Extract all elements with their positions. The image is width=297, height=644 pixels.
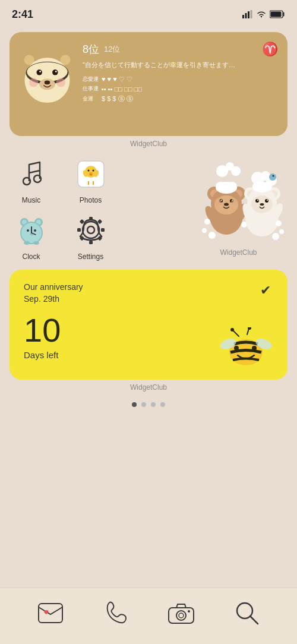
svg-point-28 <box>92 169 94 171</box>
music-icon <box>12 154 50 193</box>
anniversary-deco: ✔ <box>260 283 271 298</box>
work-stat: 仕事運 ▪▪ ▪▪ □□ □□ □□ <box>83 85 278 93</box>
horoscope-rank: 8位 12位 ♈ <box>83 42 278 57</box>
dot-2 <box>141 402 146 407</box>
svg-point-20 <box>56 78 65 87</box>
svg-rect-50 <box>89 241 93 244</box>
svg-point-102 <box>267 200 268 201</box>
horoscope-content: 8位 12位 ♈ "自分を信じて行動することが幸運を引き寄せます… 恋愛運 ♥ … <box>83 42 278 105</box>
phone-dock-app[interactable] <box>100 597 132 630</box>
search-dock-app[interactable] <box>230 597 263 630</box>
dot-4 <box>160 402 165 407</box>
svg-line-109 <box>233 330 239 336</box>
svg-point-45 <box>24 241 30 245</box>
svg-point-69 <box>228 182 237 191</box>
svg-point-96 <box>269 173 276 181</box>
svg-rect-3 <box>251 10 252 18</box>
svg-point-75 <box>224 203 229 206</box>
svg-rect-2 <box>248 11 249 18</box>
photos-icon <box>71 154 110 193</box>
svg-rect-49 <box>89 217 93 220</box>
page-dots <box>0 402 297 407</box>
music-app[interactable]: Music <box>12 154 50 204</box>
dot-3 <box>151 402 156 407</box>
svg-point-106 <box>276 220 282 226</box>
svg-rect-119 <box>39 604 62 623</box>
svg-line-125 <box>250 616 258 624</box>
svg-point-115 <box>234 346 239 351</box>
rilakkuma-widget-label: WidgetClub <box>189 248 287 257</box>
anniversary-widget[interactable]: Our anniversary Sep. 29th ✔ 10 Days left <box>10 270 287 380</box>
svg-point-81 <box>202 228 207 233</box>
svg-point-13 <box>36 70 42 75</box>
svg-point-15 <box>39 71 41 72</box>
rilakkuma-illustration <box>189 153 287 248</box>
settings-app[interactable]: Settings <box>71 211 110 261</box>
svg-point-116 <box>252 346 257 351</box>
bear-face-icon <box>19 48 75 104</box>
svg-rect-0 <box>242 15 244 18</box>
svg-point-16 <box>55 71 57 72</box>
svg-point-110 <box>230 328 234 332</box>
status-icons <box>242 10 285 18</box>
dock <box>0 588 297 644</box>
settings-icon <box>71 211 110 250</box>
horoscope-widget-label: WidgetClub <box>0 140 297 148</box>
status-bar: 2:41 <box>0 0 297 26</box>
svg-rect-5 <box>271 12 282 17</box>
svg-point-48 <box>83 222 99 238</box>
svg-point-122 <box>179 613 184 618</box>
status-time: 2:41 <box>12 8 33 21</box>
bee-illustration <box>216 327 276 369</box>
svg-point-68 <box>216 182 225 191</box>
battery-icon <box>270 10 285 18</box>
svg-point-77 <box>231 198 238 206</box>
svg-point-19 <box>29 78 38 87</box>
svg-point-18 <box>45 81 50 85</box>
svg-point-107 <box>279 229 284 234</box>
camera-dock-app[interactable] <box>165 597 198 630</box>
mail-dock-app[interactable] <box>34 597 67 630</box>
svg-point-27 <box>87 169 89 171</box>
svg-point-108 <box>272 233 279 240</box>
svg-point-34 <box>89 173 92 175</box>
dot-1 <box>132 402 137 407</box>
svg-point-103 <box>260 203 264 206</box>
music-label: Music <box>22 196 40 204</box>
signal-icon <box>242 10 253 18</box>
settings-label: Settings <box>78 252 103 261</box>
rilakkuma-widget[interactable] <box>189 151 287 250</box>
svg-rect-120 <box>169 608 194 623</box>
svg-rect-52 <box>101 228 105 232</box>
photos-label: Photos <box>80 196 102 204</box>
horoscope-widget[interactable]: 8位 12位 ♈ "自分を信じて行動することが幸運を引き寄せます… 恋愛運 ♥ … <box>10 32 287 136</box>
svg-point-94 <box>252 182 261 191</box>
money-stat: 金運 $ $ $ ⓢ ⓢ <box>83 94 278 103</box>
svg-point-76 <box>214 198 222 206</box>
photos-app[interactable]: Photos <box>71 154 110 204</box>
svg-rect-1 <box>245 13 247 18</box>
svg-point-97 <box>273 175 274 176</box>
anniversary-widget-label: WidgetClub <box>0 383 297 392</box>
svg-point-41 <box>34 229 36 232</box>
svg-point-60 <box>231 166 241 176</box>
wifi-icon <box>256 10 267 18</box>
svg-point-123 <box>188 610 190 613</box>
horoscope-stats: 恋愛運 ♥ ♥ ♥ ♡ ♡ 仕事運 ▪▪ ▪▪ □□ □□ □□ 金運 $ $ … <box>83 75 278 103</box>
horoscope-quote: "自分を信じて行動することが幸運を引き寄せます… <box>83 61 278 70</box>
svg-point-121 <box>176 611 186 620</box>
svg-point-46 <box>33 241 39 245</box>
svg-point-57 <box>87 226 94 233</box>
svg-point-82 <box>208 232 216 239</box>
clock-app[interactable]: Clock <box>12 211 50 261</box>
svg-point-101 <box>257 200 258 201</box>
svg-rect-51 <box>77 228 81 232</box>
clock-label: Clock <box>22 252 40 261</box>
svg-point-100 <box>265 199 268 203</box>
svg-point-80 <box>204 219 210 225</box>
svg-point-14 <box>52 70 58 75</box>
svg-point-95 <box>264 182 272 190</box>
aries-sign: ♈ <box>262 42 278 57</box>
clock-icon <box>12 211 50 250</box>
anniversary-title: Our anniversary Sep. 29th <box>24 282 273 305</box>
